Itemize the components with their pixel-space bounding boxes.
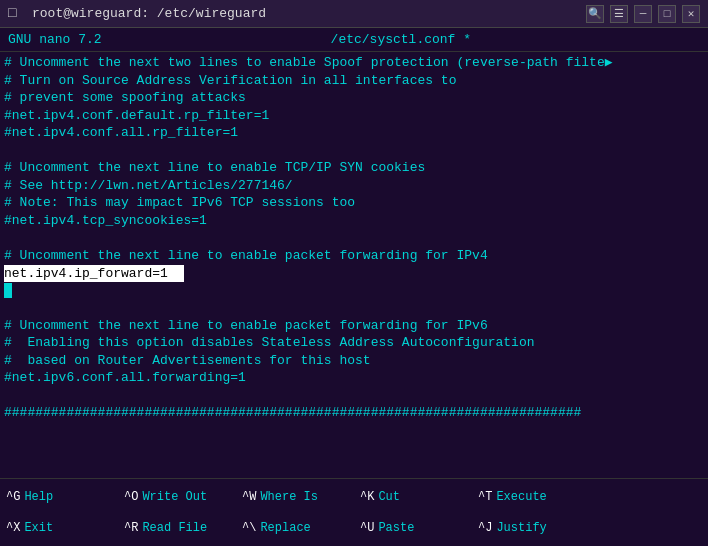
line-20 <box>4 387 704 405</box>
terminal-icon: □ <box>8 5 26 23</box>
shortcut-label-whereis: Where Is <box>260 490 318 504</box>
line-3: # prevent some spoofing attacks <box>4 89 704 107</box>
highlighted-text: net.ipv4.ip_forward=1 <box>4 265 184 283</box>
shortcut-key-write: ^O <box>124 490 138 504</box>
shortcut-readfile[interactable]: ^R Read File <box>118 513 236 545</box>
shortcut-execute[interactable]: ^T Execute <box>472 481 590 513</box>
shortcut-key-help: ^G <box>6 490 20 504</box>
shortcut-cut[interactable]: ^K Cut <box>354 481 472 513</box>
nano-filename: /etc/sysctl.conf * <box>331 32 471 47</box>
menu-button[interactable]: ☰ <box>610 5 628 23</box>
line-19: #net.ipv6.conf.all.forwarding=1 <box>4 369 704 387</box>
shortcut-bar: ^G Help ^O Write Out ^W Where Is ^K Cut … <box>0 478 708 546</box>
shortcut-exit[interactable]: ^X Exit <box>0 513 118 545</box>
shortcut-label-justify: Justify <box>496 521 546 535</box>
shortcut-replace[interactable]: ^\ Replace <box>236 513 354 545</box>
shortcut-label-help: Help <box>24 490 53 504</box>
shortcut-key-exit: ^X <box>6 521 20 535</box>
shortcut-help[interactable]: ^G Help <box>0 481 118 513</box>
shortcut-empty1 <box>590 481 708 513</box>
editor-area[interactable]: # Uncomment the next two lines to enable… <box>0 52 708 478</box>
shortcut-label-replace: Replace <box>260 521 310 535</box>
shortcut-key-justify: ^J <box>478 521 492 535</box>
shortcut-label-write: Write Out <box>142 490 207 504</box>
shortcut-whereis[interactable]: ^W Where Is <box>236 481 354 513</box>
shortcut-label-execute: Execute <box>496 490 546 504</box>
titlebar: □ root@wireguard: /etc/wireguard 🔍 ☰ ─ □… <box>0 0 708 28</box>
shortcut-label-exit: Exit <box>24 521 53 535</box>
nano-topbar: GNU nano 7.2 /etc/sysctl.conf * <box>0 28 708 52</box>
separator-line: ########################################… <box>4 404 704 422</box>
line-15 <box>4 299 704 317</box>
cursor <box>4 283 12 298</box>
line-5: #net.ipv4.conf.all.rp_filter=1 <box>4 124 704 142</box>
line-7: # Uncomment the next line to enable TCP/… <box>4 159 704 177</box>
shortcut-key-whereis: ^W <box>242 490 256 504</box>
titlebar-left: □ root@wireguard: /etc/wireguard <box>8 5 266 23</box>
line-10: #net.ipv4.tcp_syncookies=1 <box>4 212 704 230</box>
shortcut-key-cut: ^K <box>360 490 374 504</box>
shortcut-key-paste: ^U <box>360 521 374 535</box>
line-2: # Turn on Source Address Verification in… <box>4 72 704 90</box>
line-13: net.ipv4.ip_forward=1 <box>4 265 704 283</box>
line-11 <box>4 229 704 247</box>
search-button[interactable]: 🔍 <box>586 5 604 23</box>
line-6 <box>4 142 704 160</box>
close-button[interactable]: ✕ <box>682 5 700 23</box>
titlebar-title: root@wireguard: /etc/wireguard <box>32 6 266 21</box>
maximize-button[interactable]: □ <box>658 5 676 23</box>
shortcut-key-readfile: ^R <box>124 521 138 535</box>
shortcut-write[interactable]: ^O Write Out <box>118 481 236 513</box>
shortcut-justify[interactable]: ^J Justify <box>472 513 590 545</box>
shortcut-key-execute: ^T <box>478 490 492 504</box>
nano-version: GNU nano 7.2 <box>8 32 102 47</box>
shortcut-empty2 <box>590 513 708 545</box>
minimize-button[interactable]: ─ <box>634 5 652 23</box>
line-1: # Uncomment the next two lines to enable… <box>4 54 704 72</box>
line-8: # See http://lwn.net/Articles/277146/ <box>4 177 704 195</box>
line-9: # Note: This may impact IPv6 TCP session… <box>4 194 704 212</box>
shortcut-label-readfile: Read File <box>142 521 207 535</box>
line-17: # Enabling this option disables Stateles… <box>4 334 704 352</box>
line-12: # Uncomment the next line to enable pack… <box>4 247 704 265</box>
shortcut-key-replace: ^\ <box>242 521 256 535</box>
titlebar-controls: 🔍 ☰ ─ □ ✕ <box>586 5 700 23</box>
line-18: # based on Router Advertisements for thi… <box>4 352 704 370</box>
shortcut-label-paste: Paste <box>378 521 414 535</box>
line-14 <box>4 282 704 299</box>
line-16: # Uncomment the next line to enable pack… <box>4 317 704 335</box>
shortcut-label-cut: Cut <box>378 490 400 504</box>
line-4: #net.ipv4.conf.default.rp_filter=1 <box>4 107 704 125</box>
shortcut-paste[interactable]: ^U Paste <box>354 513 472 545</box>
